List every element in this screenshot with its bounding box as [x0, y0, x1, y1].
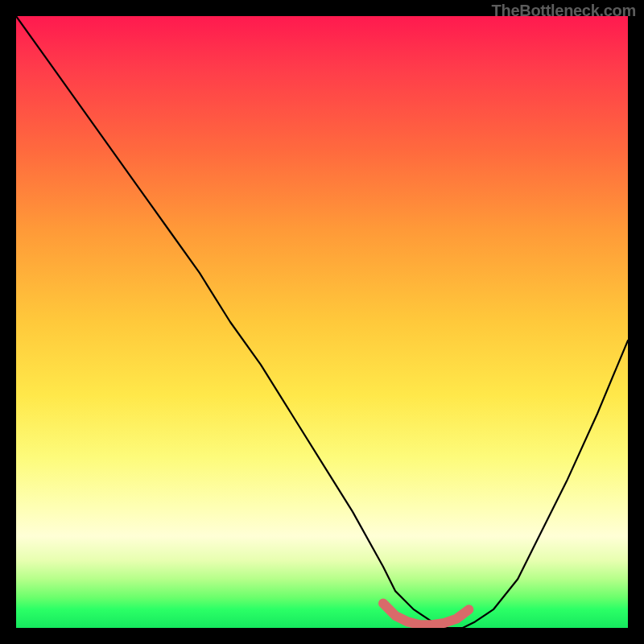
chart-frame: TheBottleneck.com	[0, 0, 644, 644]
plot-area	[16, 16, 628, 628]
line-layer	[16, 16, 628, 628]
watermark-text: TheBottleneck.com	[492, 2, 636, 20]
bottleneck-curve	[16, 16, 628, 628]
sweet-spot-marker	[383, 604, 469, 625]
